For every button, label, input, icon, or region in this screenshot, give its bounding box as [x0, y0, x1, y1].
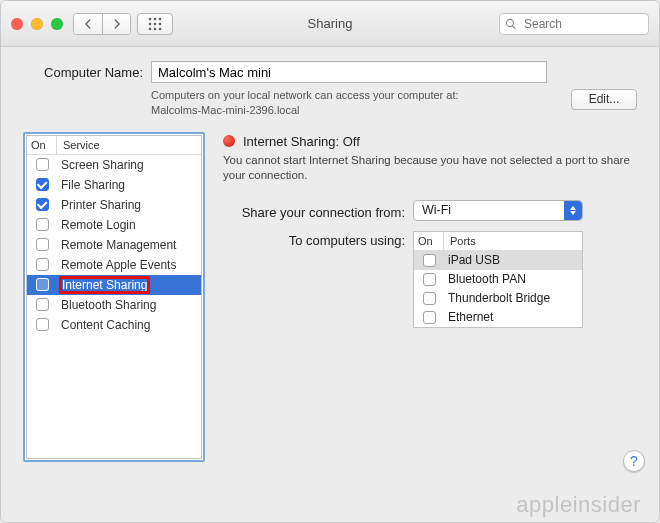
- show-all-button[interactable]: [137, 13, 173, 35]
- service-checkbox[interactable]: [36, 178, 49, 191]
- popup-arrows-icon: [564, 201, 582, 220]
- port-checkbox-cell: [414, 254, 444, 267]
- service-checkbox[interactable]: [36, 158, 49, 171]
- service-row[interactable]: Internet Sharing: [27, 275, 201, 295]
- svg-point-7: [154, 27, 157, 30]
- services-table[interactable]: On Service Screen SharingFile SharingPri…: [26, 135, 202, 459]
- minimize-window-button[interactable]: [31, 18, 43, 30]
- share-from-label: Share your connection from:: [223, 201, 413, 220]
- help-button[interactable]: ?: [623, 450, 645, 472]
- window: Sharing Computer Name: Computers on your…: [0, 0, 660, 523]
- status-indicator-icon: [223, 135, 235, 147]
- service-row[interactable]: Screen Sharing: [27, 155, 201, 175]
- port-name: iPad USB: [444, 253, 582, 267]
- port-checkbox[interactable]: [423, 292, 436, 305]
- chevron-right-icon: [112, 19, 122, 29]
- service-row[interactable]: Printer Sharing: [27, 195, 201, 215]
- computer-name-subtext: Computers on your local network can acce…: [151, 88, 547, 118]
- chevron-left-icon: [83, 19, 93, 29]
- services-header-on: On: [27, 136, 57, 154]
- svg-point-2: [159, 17, 162, 20]
- ports-row[interactable]: Ethernet: [414, 308, 582, 327]
- service-checkbox[interactable]: [36, 198, 49, 211]
- svg-point-0: [149, 17, 152, 20]
- port-checkbox[interactable]: [423, 273, 436, 286]
- share-from-value: Wi-Fi: [422, 203, 451, 217]
- port-name: Ethernet: [444, 310, 582, 324]
- nav-group: [73, 13, 131, 35]
- port-checkbox-cell: [414, 311, 444, 324]
- svg-point-5: [159, 22, 162, 25]
- service-checkbox-cell: [27, 258, 57, 271]
- service-checkbox[interactable]: [36, 318, 49, 331]
- service-checkbox[interactable]: [36, 258, 49, 271]
- ports-row[interactable]: Bluetooth PAN: [414, 270, 582, 289]
- content: Computer Name: Computers on your local n…: [1, 47, 659, 482]
- services-body: Screen SharingFile SharingPrinter Sharin…: [27, 155, 201, 458]
- grid-icon: [148, 17, 162, 31]
- to-label: To computers using:: [223, 231, 413, 248]
- edit-button[interactable]: Edit...: [571, 89, 637, 110]
- service-name: Bluetooth Sharing: [57, 298, 201, 312]
- service-checkbox-cell: [27, 198, 57, 211]
- svg-point-3: [149, 22, 152, 25]
- service-name: Remote Login: [57, 218, 201, 232]
- service-checkbox-cell: [27, 298, 57, 311]
- status-row: Internet Sharing: Off: [223, 134, 637, 149]
- zoom-window-button[interactable]: [51, 18, 63, 30]
- service-checkbox[interactable]: [36, 218, 49, 231]
- computer-name-col: Computers on your local network can acce…: [151, 61, 547, 118]
- search-input[interactable]: [499, 13, 649, 35]
- service-row[interactable]: Bluetooth Sharing: [27, 295, 201, 315]
- subtext-line1: Computers on your local network can acce…: [151, 89, 459, 101]
- service-row[interactable]: Remote Apple Events: [27, 255, 201, 275]
- port-checkbox-cell: [414, 273, 444, 286]
- services-table-focus-ring: On Service Screen SharingFile SharingPri…: [23, 132, 205, 462]
- status-title: Internet Sharing: Off: [243, 134, 360, 149]
- close-window-button[interactable]: [11, 18, 23, 30]
- services-header-service: Service: [57, 136, 201, 154]
- to-row: To computers using: On Ports iPad USBBlu…: [223, 231, 637, 328]
- service-row[interactable]: Remote Login: [27, 215, 201, 235]
- service-checkbox[interactable]: [36, 278, 49, 291]
- service-checkbox-cell: [27, 158, 57, 171]
- ports-header-ports: Ports: [444, 232, 582, 250]
- ports-row[interactable]: Thunderbolt Bridge: [414, 289, 582, 308]
- svg-point-4: [154, 22, 157, 25]
- panels: On Service Screen SharingFile SharingPri…: [23, 132, 637, 462]
- subtext-line2: Malcolms-Mac-mini-2396.local: [151, 104, 300, 116]
- service-checkbox[interactable]: [36, 298, 49, 311]
- computer-name-input[interactable]: [151, 61, 547, 83]
- port-checkbox[interactable]: [423, 254, 436, 267]
- service-name: Screen Sharing: [57, 158, 201, 172]
- highlight-box: Internet Sharing: [61, 278, 148, 292]
- services-table-header: On Service: [27, 136, 201, 155]
- service-row[interactable]: Remote Management: [27, 235, 201, 255]
- port-checkbox[interactable]: [423, 311, 436, 324]
- share-from-popup[interactable]: Wi-Fi: [413, 200, 583, 221]
- back-button[interactable]: [74, 14, 102, 34]
- share-from-row: Share your connection from: Wi-Fi: [223, 200, 637, 221]
- service-checkbox-cell: [27, 278, 57, 291]
- ports-header-on: On: [414, 232, 444, 250]
- ports-row[interactable]: iPad USB: [414, 251, 582, 270]
- service-checkbox-cell: [27, 178, 57, 191]
- ports-table[interactable]: On Ports iPad USBBluetooth PANThunderbol…: [413, 231, 583, 328]
- service-checkbox-cell: [27, 218, 57, 231]
- port-name: Thunderbolt Bridge: [444, 291, 582, 305]
- service-row[interactable]: File Sharing: [27, 175, 201, 195]
- watermark: appleinsider: [516, 492, 641, 518]
- service-name: Internet Sharing: [57, 278, 201, 292]
- service-row[interactable]: Content Caching: [27, 315, 201, 335]
- port-checkbox-cell: [414, 292, 444, 305]
- service-checkbox[interactable]: [36, 238, 49, 251]
- svg-point-1: [154, 17, 157, 20]
- detail-panel: Internet Sharing: Off You cannot start I…: [223, 132, 637, 462]
- computer-name-label: Computer Name:: [23, 61, 151, 80]
- service-name: Remote Management: [57, 238, 201, 252]
- service-checkbox-cell: [27, 238, 57, 251]
- service-name: Remote Apple Events: [57, 258, 201, 272]
- forward-button[interactable]: [102, 14, 130, 34]
- svg-point-8: [159, 27, 162, 30]
- service-name: Content Caching: [57, 318, 201, 332]
